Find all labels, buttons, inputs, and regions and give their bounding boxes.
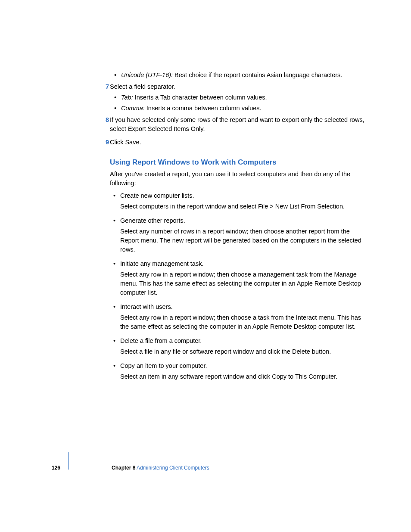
list-item: Initiate any management task. Select any… bbox=[110, 259, 368, 297]
list-item-title: Copy an item to your computer. bbox=[120, 361, 368, 370]
chapter-title: Administering Client Computers bbox=[135, 465, 209, 471]
list-item-desc: Select any row in a report window; then … bbox=[120, 313, 368, 331]
list-item: Copy an item to your computer. Select an… bbox=[110, 361, 368, 381]
comma-bullet: Comma: Inserts a comma between column va… bbox=[121, 104, 368, 113]
step-8-text: If you have selected only some rows of t… bbox=[110, 116, 364, 132]
chapter-label: Chapter 8 bbox=[112, 465, 135, 471]
page-number: 126 bbox=[52, 464, 68, 472]
section-heading: Using Report Windows to Work with Comput… bbox=[110, 157, 368, 168]
comma-term: Comma: bbox=[121, 105, 145, 112]
list-item-title: Generate other reports. bbox=[120, 216, 368, 225]
list-item-desc: Select computers in the report window an… bbox=[120, 202, 368, 211]
list-item-desc: Select a file in any file or software re… bbox=[120, 347, 368, 356]
list-item: Generate other reports. Select any numbe… bbox=[110, 216, 368, 254]
unicode-bullet: Unicode (UTF-16): Best choice if the rep… bbox=[121, 71, 368, 80]
list-item: Interact with users. Select any row in a… bbox=[110, 302, 368, 331]
list-item-title: Interact with users. bbox=[120, 302, 368, 311]
step-9: 9 Click Save. bbox=[110, 138, 368, 147]
list-item-desc: Select any number of rows in a report wi… bbox=[120, 227, 368, 254]
page-footer: 126 Chapter 8 Administering Client Compu… bbox=[52, 464, 368, 472]
step-7-bullets: Tab: Inserts a Tab character between col… bbox=[121, 93, 368, 113]
section-intro: After you've created a report, you can u… bbox=[110, 170, 368, 188]
list-item-desc: Select an item in any software report wi… bbox=[120, 372, 368, 381]
tab-bullet: Tab: Inserts a Tab character between col… bbox=[121, 93, 368, 102]
step-7: 7 Select a field separator. Tab: Inserts… bbox=[110, 82, 368, 113]
list-item-title: Initiate any management task. bbox=[120, 259, 368, 268]
step-7-text: Select a field separator. bbox=[110, 83, 175, 90]
footer-separator bbox=[68, 452, 112, 470]
list-item: Create new computer lists. Select comput… bbox=[110, 191, 368, 211]
step-8: 8 If you have selected only some rows of… bbox=[110, 115, 368, 134]
comma-desc: Inserts a comma between column values. bbox=[145, 105, 262, 112]
list-item-desc: Select any row in a report window; then … bbox=[120, 270, 368, 297]
step-7-number: 7 bbox=[101, 82, 109, 91]
continued-step: Unicode (UTF-16): Best choice if the rep… bbox=[110, 71, 368, 80]
tab-term: Tab: bbox=[121, 94, 133, 101]
step-9-text: Click Save. bbox=[110, 139, 141, 146]
tab-desc: Inserts a Tab character between column v… bbox=[133, 94, 267, 101]
list-item: Delete a file from a computer. Select a … bbox=[110, 336, 368, 356]
step-9-number: 9 bbox=[101, 138, 109, 147]
unicode-term: Unicode (UTF-16): bbox=[121, 72, 173, 78]
document-page: Unicode (UTF-16): Best choice if the rep… bbox=[0, 0, 411, 532]
list-item-title: Delete a file from a computer. bbox=[120, 336, 368, 345]
feature-list: Create new computer lists. Select comput… bbox=[110, 191, 368, 381]
step-8-number: 8 bbox=[101, 115, 109, 124]
unicode-bullet-container: Unicode (UTF-16): Best choice if the rep… bbox=[121, 71, 368, 80]
list-item-title: Create new computer lists. bbox=[120, 191, 368, 200]
unicode-desc: Best choice if the report contains Asian… bbox=[173, 72, 342, 78]
